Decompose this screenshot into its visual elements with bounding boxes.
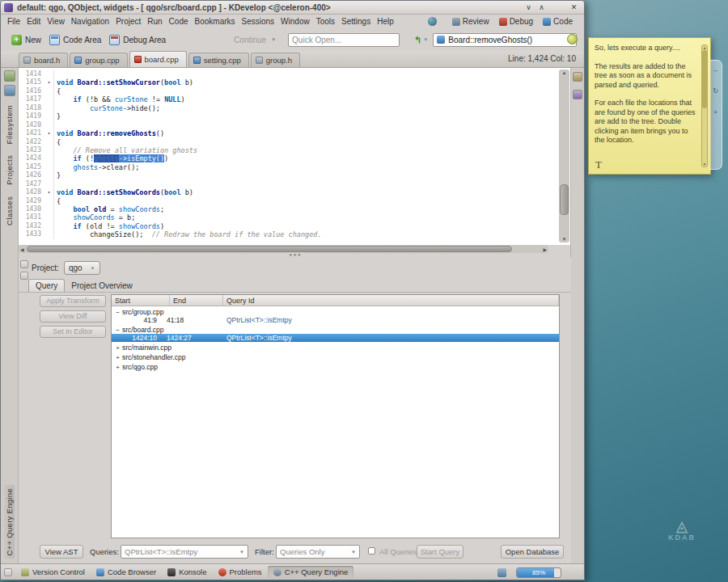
menu-item-view[interactable]: View <box>44 16 68 27</box>
toolview-grid-icon[interactable] <box>4 568 12 576</box>
column-header-end[interactable]: End <box>170 295 223 306</box>
result-file-row[interactable]: −src/board.cpp <box>112 326 559 334</box>
editor-lines[interactable]: 14141415▾void Board::setShowCursor(bool … <box>19 70 557 239</box>
result-match-row[interactable]: 1424:101424:27QPtrList<T>::isEmtpy <box>112 334 559 342</box>
scrollbar-thumb[interactable] <box>27 246 512 252</box>
navigation-back-button[interactable]: ↰▼ <box>414 35 428 45</box>
filter-select[interactable]: Queries Only ▼ <box>276 545 360 559</box>
code-editor[interactable]: 14141415▾void Board::setShowCursor(bool … <box>19 68 571 245</box>
debug-area-button[interactable]: Debug Area <box>105 33 170 47</box>
menu-item-project[interactable]: Project <box>112 16 144 27</box>
panel-tab-project-overview[interactable]: Project Overview <box>65 280 139 292</box>
scrollbar-thumb[interactable] <box>560 184 569 215</box>
all-queries-checkbox[interactable] <box>368 547 375 555</box>
start-query-button[interactable]: Start Query <box>417 545 463 559</box>
queries-select[interactable]: QPtrList<T>::isEmtpy ▼ <box>121 545 248 559</box>
assistant-icon[interactable] <box>567 34 578 44</box>
menu-item-code[interactable]: Code <box>166 16 192 27</box>
open-database-button[interactable]: Open Database <box>501 545 564 559</box>
menu-item-file[interactable]: File <box>4 16 23 27</box>
menu-item-edit[interactable]: Edit <box>23 16 44 27</box>
project-select[interactable]: qgo ▼ <box>64 261 100 275</box>
expander-icon[interactable]: + <box>114 344 121 352</box>
note-format-button[interactable]: T <box>595 158 602 171</box>
new-button[interactable]: + New <box>7 33 45 47</box>
result-match-row[interactable]: 41:941:18QPtrList<T>::isEmtpy <box>112 316 559 324</box>
snippets-icon[interactable] <box>4 70 15 82</box>
left-dock-button-classes[interactable]: Classes <box>5 196 14 226</box>
toolview-button-version-control[interactable]: Version Control <box>15 566 91 578</box>
view-ast-button[interactable]: View AST <box>40 545 83 559</box>
menu-item-sessions[interactable]: Sessions <box>239 16 278 27</box>
close-icon[interactable]: × <box>713 109 717 116</box>
menu-item-bookmarks[interactable]: Bookmarks <box>192 16 239 27</box>
symbol-navigator-combo[interactable]: Board::removeGhosts() ▼ <box>433 33 577 47</box>
titlebar[interactable]: default: qgo, QObject, widgets - [ qgo/s… <box>1 1 584 15</box>
session-icon[interactable] <box>428 17 437 26</box>
documents-icon[interactable] <box>4 85 15 96</box>
left-dock-button-projects[interactable]: Projects <box>5 155 14 185</box>
results-table[interactable]: StartEndQuery Id −src/group.cpp41:941:18… <box>111 294 560 538</box>
menu-item-settings[interactable]: Settings <box>338 16 374 27</box>
toolview-button-konsole[interactable]: Konsole <box>162 566 212 578</box>
editor-vertical-scrollbar[interactable]: ▲ ▼ <box>559 70 569 242</box>
menu-item-tools[interactable]: Tools <box>313 16 338 27</box>
expander-icon[interactable]: − <box>114 327 121 334</box>
tab-group.cpp[interactable]: group.cpp <box>70 53 127 67</box>
expander-icon[interactable]: + <box>114 354 121 361</box>
toolview-button-c++-query-engine[interactable]: C++ Query Engine <box>268 566 354 578</box>
menu-item-window[interactable]: Window <box>277 16 313 27</box>
expander-icon[interactable]: + <box>114 364 121 371</box>
left-dock-button-filesystem[interactable]: Filesystem <box>5 105 14 144</box>
applet-handle[interactable]: ↔ ↻ × <box>709 60 722 170</box>
fold-marker-icon[interactable]: ▾ <box>44 129 54 137</box>
area-button-debug[interactable]: Debug <box>499 17 533 26</box>
documentation-icon[interactable] <box>573 72 582 82</box>
result-file-row[interactable]: +src/qgo.cpp <box>112 363 559 371</box>
note-scrollbar[interactable]: ▲ ▼ <box>701 44 708 167</box>
scroll-down-icon[interactable]: ▼ <box>702 162 707 167</box>
result-file-row[interactable]: −src/group.cpp <box>112 308 559 316</box>
set-in-editor-button[interactable]: Set In Editor <box>40 326 106 338</box>
continue-button[interactable]: Continue ▼ <box>230 34 280 46</box>
scroll-down-icon[interactable]: ▼ <box>559 237 569 242</box>
menu-item-run[interactable]: Run <box>144 16 165 27</box>
minimize-button[interactable]: ∨ <box>523 2 534 13</box>
result-file-row[interactable]: +src/mainwin.cpp <box>112 344 559 352</box>
menu-item-help[interactable]: Help <box>374 16 397 27</box>
fold-marker-icon[interactable]: ▾ <box>44 188 54 196</box>
close-button[interactable]: ✕ <box>569 2 579 13</box>
column-header-query-id[interactable]: Query Id <box>223 295 559 306</box>
fold-marker-icon[interactable]: ▾ <box>44 78 54 86</box>
left-dock-query-engine[interactable]: C++ Query Engine <box>4 485 15 559</box>
quick-open-input[interactable]: Quick Open... <box>288 33 400 47</box>
code-area-button[interactable]: Code Area <box>45 33 105 47</box>
column-header-start[interactable]: Start <box>112 295 170 306</box>
scrollbar-thumb[interactable] <box>702 50 707 108</box>
tab-group.h[interactable]: group.h <box>251 53 300 67</box>
scroll-left-icon[interactable]: ◀ <box>20 247 24 252</box>
external-scripts-icon[interactable] <box>573 90 582 99</box>
scroll-up-icon[interactable]: ▲ <box>559 70 569 75</box>
dock-button-icon[interactable] <box>20 260 28 268</box>
menu-item-navigation[interactable]: Navigation <box>68 16 112 27</box>
tab-setting.cpp[interactable]: setting.cpp <box>188 53 249 67</box>
area-button-review[interactable]: Review <box>452 17 489 26</box>
expander-icon[interactable]: − <box>114 309 121 316</box>
scroll-right-icon[interactable]: ▶ <box>543 247 547 252</box>
toolview-button-code-browser[interactable]: Code Browser <box>91 566 162 578</box>
panel-tab-query[interactable]: Query <box>28 279 65 292</box>
tab-board.h[interactable]: board.h <box>19 53 68 67</box>
rotate-icon[interactable]: ↻ <box>713 88 718 95</box>
area-button-code[interactable]: Code <box>543 17 573 26</box>
toolview-button-problems[interactable]: Problems <box>213 566 268 578</box>
dock-button-icon[interactable] <box>20 272 28 280</box>
maximize-button[interactable]: ∧ <box>536 2 547 13</box>
move-icon[interactable]: ↔ <box>713 67 719 74</box>
tab-board.cpp[interactable]: board.cpp <box>129 51 187 67</box>
result-file-row[interactable]: +src/stonehandler.cpp <box>112 353 559 361</box>
editor-horizontal-scrollbar[interactable]: ◀ ▶ <box>19 245 548 253</box>
view-diff-button[interactable]: View Diff <box>40 310 106 323</box>
apply-transform-button[interactable]: Apply Transform <box>40 295 106 307</box>
background-parser-icon[interactable] <box>497 568 506 577</box>
